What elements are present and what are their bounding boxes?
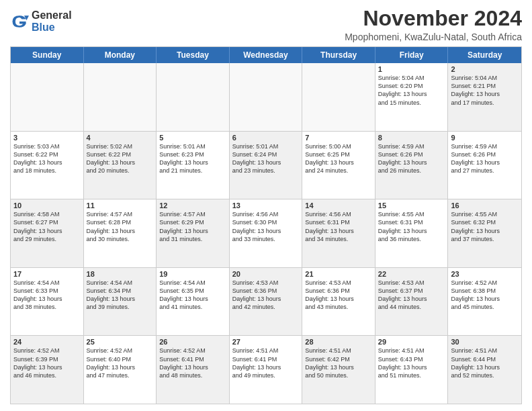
day-number: 15	[378, 201, 445, 210]
calendar-empty-0-4	[302, 63, 375, 131]
day-number: 13	[232, 201, 300, 210]
logo-general-text: General	[32, 9, 72, 21]
day-number: 28	[305, 338, 372, 346]
day-number: 10	[13, 201, 81, 210]
calendar-header-saturday: Saturday	[448, 47, 521, 63]
day-number: 29	[378, 338, 445, 346]
day-number: 3	[13, 134, 81, 142]
calendar-empty-0-2	[157, 63, 230, 131]
calendar-day-23: 23Sunrise: 4:52 AM Sunset: 6:38 PM Dayli…	[448, 268, 521, 336]
day-info: Sunrise: 4:53 AM Sunset: 6:36 PM Dayligh…	[232, 279, 300, 312]
day-info: Sunrise: 4:59 AM Sunset: 6:26 PM Dayligh…	[451, 142, 519, 175]
calendar-row-1: 3Sunrise: 5:03 AM Sunset: 6:22 PM Daylig…	[11, 131, 521, 199]
day-info: Sunrise: 4:52 AM Sunset: 6:39 PM Dayligh…	[13, 347, 81, 379]
day-info: Sunrise: 4:55 AM Sunset: 6:31 PM Dayligh…	[378, 210, 445, 243]
day-number: 9	[451, 134, 519, 142]
main-title: November 2024	[345, 7, 522, 30]
calendar-row-3: 17Sunrise: 4:54 AM Sunset: 6:33 PM Dayli…	[11, 267, 521, 336]
day-info: Sunrise: 5:04 AM Sunset: 6:20 PM Dayligh…	[378, 74, 445, 107]
day-info: Sunrise: 5:01 AM Sunset: 6:23 PM Dayligh…	[159, 142, 226, 175]
calendar-day-11: 11Sunrise: 4:57 AM Sunset: 6:28 PM Dayli…	[84, 199, 157, 267]
calendar-day-9: 9Sunrise: 4:59 AM Sunset: 6:26 PM Daylig…	[448, 132, 521, 199]
day-info: Sunrise: 4:56 AM Sunset: 6:31 PM Dayligh…	[305, 210, 372, 243]
calendar-day-22: 22Sunrise: 4:53 AM Sunset: 6:37 PM Dayli…	[375, 268, 449, 336]
day-info: Sunrise: 4:55 AM Sunset: 6:32 PM Dayligh…	[451, 210, 519, 243]
header: General Blue November 2024 Mpophomeni, K…	[10, 7, 522, 42]
calendar-empty-0-3	[230, 63, 303, 131]
day-info: Sunrise: 4:56 AM Sunset: 6:30 PM Dayligh…	[232, 210, 300, 243]
calendar-day-18: 18Sunrise: 4:54 AM Sunset: 6:34 PM Dayli…	[84, 268, 157, 336]
day-number: 1	[378, 65, 445, 73]
day-info: Sunrise: 4:51 AM Sunset: 6:44 PM Dayligh…	[451, 347, 519, 379]
logo-blue-text: Blue	[32, 21, 72, 34]
day-number: 21	[305, 270, 372, 278]
calendar-day-16: 16Sunrise: 4:55 AM Sunset: 6:32 PM Dayli…	[448, 199, 521, 267]
calendar-day-5: 5Sunrise: 5:01 AM Sunset: 6:23 PM Daylig…	[157, 132, 230, 199]
day-number: 20	[232, 270, 300, 278]
calendar-day-30: 30Sunrise: 4:51 AM Sunset: 6:44 PM Dayli…	[448, 336, 521, 404]
day-number: 27	[232, 338, 300, 346]
calendar-day-21: 21Sunrise: 4:53 AM Sunset: 6:36 PM Dayli…	[302, 268, 375, 336]
day-info: Sunrise: 4:58 AM Sunset: 6:27 PM Dayligh…	[13, 210, 81, 243]
calendar-day-8: 8Sunrise: 4:59 AM Sunset: 6:26 PM Daylig…	[375, 132, 449, 199]
day-info: Sunrise: 4:51 AM Sunset: 6:43 PM Dayligh…	[378, 347, 445, 379]
calendar-day-24: 24Sunrise: 4:52 AM Sunset: 6:39 PM Dayli…	[11, 336, 84, 404]
day-info: Sunrise: 4:59 AM Sunset: 6:26 PM Dayligh…	[378, 142, 445, 175]
day-number: 18	[87, 270, 154, 278]
logo-icon	[10, 12, 29, 31]
calendar-day-6: 6Sunrise: 5:01 AM Sunset: 6:24 PM Daylig…	[230, 132, 303, 199]
calendar-empty-0-1	[84, 63, 157, 131]
calendar-header-wednesday: Wednesday	[230, 47, 303, 63]
day-number: 11	[87, 201, 154, 210]
calendar-day-1: 1Sunrise: 5:04 AM Sunset: 6:20 PM Daylig…	[375, 63, 449, 131]
calendar-day-27: 27Sunrise: 4:51 AM Sunset: 6:41 PM Dayli…	[230, 336, 303, 404]
calendar-body: 1Sunrise: 5:04 AM Sunset: 6:20 PM Daylig…	[11, 63, 521, 404]
day-number: 26	[159, 338, 226, 346]
day-number: 25	[87, 338, 154, 346]
calendar-header-row: SundayMondayTuesdayWednesdayThursdayFrid…	[11, 47, 521, 63]
calendar-row-0: 1Sunrise: 5:04 AM Sunset: 6:20 PM Daylig…	[11, 63, 521, 131]
day-number: 24	[13, 338, 81, 346]
day-number: 14	[305, 201, 372, 210]
day-number: 6	[232, 134, 300, 142]
day-info: Sunrise: 4:52 AM Sunset: 6:41 PM Dayligh…	[159, 347, 226, 379]
day-info: Sunrise: 4:53 AM Sunset: 6:37 PM Dayligh…	[378, 279, 445, 312]
calendar-empty-0-0	[11, 63, 84, 131]
calendar-day-29: 29Sunrise: 4:51 AM Sunset: 6:43 PM Dayli…	[375, 336, 449, 404]
calendar-day-15: 15Sunrise: 4:55 AM Sunset: 6:31 PM Dayli…	[375, 199, 449, 267]
calendar-header-tuesday: Tuesday	[157, 47, 230, 63]
calendar-day-7: 7Sunrise: 5:00 AM Sunset: 6:25 PM Daylig…	[302, 132, 375, 199]
page: General Blue November 2024 Mpophomeni, K…	[0, 0, 532, 411]
calendar-day-2: 2Sunrise: 5:04 AM Sunset: 6:21 PM Daylig…	[448, 63, 521, 131]
day-number: 23	[451, 270, 519, 278]
calendar-day-10: 10Sunrise: 4:58 AM Sunset: 6:27 PM Dayli…	[11, 199, 84, 267]
day-number: 5	[159, 134, 226, 142]
day-number: 17	[13, 270, 81, 278]
day-info: Sunrise: 4:54 AM Sunset: 6:34 PM Dayligh…	[87, 279, 154, 312]
subtitle: Mpophomeni, KwaZulu-Natal, South Africa	[345, 32, 522, 42]
day-number: 7	[305, 134, 372, 142]
calendar-day-13: 13Sunrise: 4:56 AM Sunset: 6:30 PM Dayli…	[230, 199, 303, 267]
day-number: 8	[378, 134, 445, 142]
calendar-day-4: 4Sunrise: 5:02 AM Sunset: 6:22 PM Daylig…	[84, 132, 157, 199]
calendar-day-19: 19Sunrise: 4:54 AM Sunset: 6:35 PM Dayli…	[157, 268, 230, 336]
day-number: 19	[159, 270, 226, 278]
calendar-header-sunday: Sunday	[11, 47, 84, 63]
calendar-day-12: 12Sunrise: 4:57 AM Sunset: 6:29 PM Dayli…	[157, 199, 230, 267]
calendar-day-17: 17Sunrise: 4:54 AM Sunset: 6:33 PM Dayli…	[11, 268, 84, 336]
logo-text: General Blue	[32, 9, 72, 33]
calendar-day-28: 28Sunrise: 4:51 AM Sunset: 6:42 PM Dayli…	[302, 336, 375, 404]
day-number: 12	[159, 201, 226, 210]
calendar-day-20: 20Sunrise: 4:53 AM Sunset: 6:36 PM Dayli…	[230, 268, 303, 336]
calendar-day-3: 3Sunrise: 5:03 AM Sunset: 6:22 PM Daylig…	[11, 132, 84, 199]
day-info: Sunrise: 5:03 AM Sunset: 6:22 PM Dayligh…	[13, 142, 81, 175]
day-number: 16	[451, 201, 519, 210]
day-number: 2	[451, 65, 519, 73]
calendar: SundayMondayTuesdayWednesdayThursdayFrid…	[10, 46, 522, 404]
day-number: 4	[87, 134, 154, 142]
calendar-row-2: 10Sunrise: 4:58 AM Sunset: 6:27 PM Dayli…	[11, 199, 521, 267]
day-info: Sunrise: 4:52 AM Sunset: 6:38 PM Dayligh…	[451, 279, 519, 312]
day-info: Sunrise: 4:54 AM Sunset: 6:35 PM Dayligh…	[159, 279, 226, 312]
day-info: Sunrise: 4:51 AM Sunset: 6:41 PM Dayligh…	[232, 347, 300, 379]
day-info: Sunrise: 4:52 AM Sunset: 6:40 PM Dayligh…	[87, 347, 154, 379]
